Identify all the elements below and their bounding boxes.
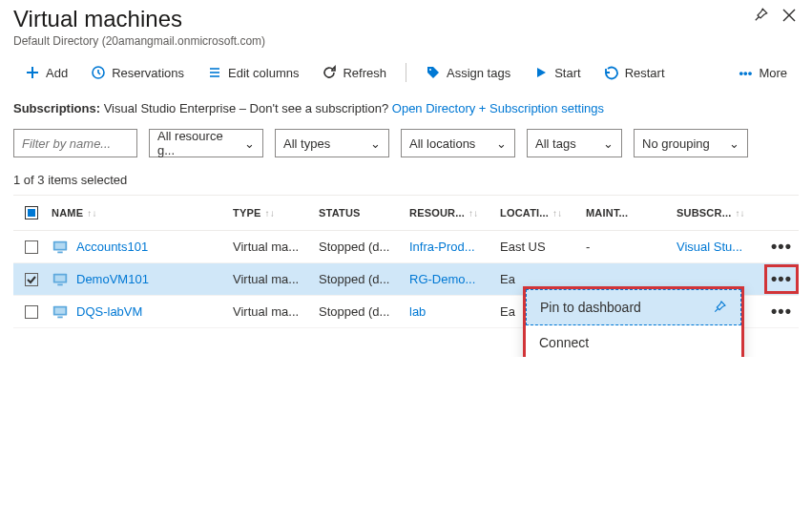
more-icon: ••• <box>738 65 753 80</box>
vm-name: Accounts101 <box>76 240 148 254</box>
start-button[interactable]: Start <box>522 61 592 84</box>
cell-rg-link[interactable]: RG-Demo... <box>409 272 500 286</box>
cell-loc: Ea <box>500 272 586 286</box>
cell-subscr-link[interactable]: Visual Stu... <box>677 240 762 254</box>
col-maint[interactable]: MAINT... <box>586 207 677 219</box>
vm-icon <box>52 303 69 321</box>
menu-pin-to-dashboard[interactable]: Pin to dashboard <box>526 289 741 325</box>
menu-pin-label: Pin to dashboard <box>540 300 641 315</box>
chevron-down-icon: ⌄ <box>244 136 255 151</box>
svg-rect-16 <box>55 307 66 313</box>
menu-connect[interactable]: Connect <box>526 325 741 357</box>
restart-icon <box>604 65 619 80</box>
restart-button[interactable]: Restart <box>593 61 677 84</box>
add-button[interactable]: Add <box>13 61 79 84</box>
page-subtitle: Default Directory (20amangmail.onmicroso… <box>13 34 265 48</box>
cell-rg-link[interactable]: lab <box>409 304 500 319</box>
tags-value: All tags <box>535 136 576 151</box>
ellipsis-icon: ••• <box>771 302 792 322</box>
chevron-down-icon: ⌄ <box>370 136 381 151</box>
rg-value: All resource g... <box>157 129 237 157</box>
cell-status: Stopped (d... <box>319 272 409 286</box>
col-loc[interactable]: LOCATI...↑↓ <box>500 207 586 219</box>
svg-rect-17 <box>57 316 62 318</box>
cell-maint: - <box>586 240 677 254</box>
sort-icon: ↑↓ <box>468 208 478 219</box>
toolbar-divider <box>406 63 406 82</box>
sort-icon: ↑↓ <box>265 208 275 219</box>
subs-text: Visual Studio Enterprise – Don't see a s… <box>104 101 389 115</box>
cell-type: Virtual ma... <box>233 272 319 286</box>
select-all-checkbox[interactable] <box>25 206 38 219</box>
filter-name-input[interactable] <box>13 129 137 157</box>
row-more-button[interactable]: ••• <box>762 302 801 322</box>
svg-rect-13 <box>55 275 66 281</box>
add-label: Add <box>46 66 68 80</box>
svg-rect-11 <box>57 251 62 253</box>
col-rg[interactable]: RESOUR...↑↓ <box>409 207 500 219</box>
col-status[interactable]: STATUS <box>319 207 409 219</box>
sort-icon: ↑↓ <box>87 208 96 219</box>
vm-name-link[interactable]: DemoVM101 <box>52 271 233 288</box>
cell-type: Virtual ma... <box>233 304 319 319</box>
row-checkbox[interactable] <box>25 305 38 319</box>
col-subscr[interactable]: SUBSCR...↑↓ <box>677 207 762 219</box>
cell-status: Stopped (d... <box>319 240 409 254</box>
row-checkbox[interactable] <box>25 240 38 254</box>
selection-count: 1 of 3 items selected <box>13 173 799 187</box>
resource-group-dropdown[interactable]: All resource g...⌄ <box>149 129 263 157</box>
row-more-button[interactable]: ••• <box>762 237 801 257</box>
reservations-button[interactable]: Reservations <box>79 61 196 84</box>
refresh-button[interactable]: Refresh <box>310 61 398 84</box>
table-row[interactable]: Accounts101 Virtual ma... Stopped (d... … <box>13 231 799 263</box>
types-value: All types <box>283 136 330 151</box>
edit-columns-button[interactable]: Edit columns <box>196 61 310 84</box>
refresh-label: Refresh <box>343 66 386 80</box>
context-menu: Pin to dashboard Connect Start Restart S… <box>523 286 744 357</box>
more-label: More <box>759 66 787 80</box>
chevron-down-icon: ⌄ <box>603 136 614 151</box>
vm-name-link[interactable]: DQS-labVM <box>52 303 233 321</box>
grouping-dropdown[interactable]: No grouping⌄ <box>634 129 748 157</box>
svg-rect-14 <box>57 283 62 285</box>
reservations-label: Reservations <box>112 66 184 80</box>
subscriptions-text: Subscriptions: Visual Studio Enterprise … <box>13 101 799 115</box>
types-dropdown[interactable]: All types⌄ <box>275 129 389 157</box>
cell-rg-link[interactable]: Infra-Prod... <box>409 240 500 254</box>
pin-icon <box>712 300 727 315</box>
assign-tags-button[interactable]: Assign tags <box>414 61 522 84</box>
tag-icon <box>426 65 441 80</box>
more-button[interactable]: ••• More <box>726 61 799 84</box>
grouping-value: No grouping <box>642 136 710 151</box>
edit-columns-label: Edit columns <box>228 66 299 80</box>
refresh-icon <box>322 65 337 80</box>
page-title: Virtual machines <box>13 6 265 32</box>
close-icon[interactable] <box>780 6 799 25</box>
menu-connect-label: Connect <box>539 335 589 350</box>
svg-point-8 <box>429 69 431 71</box>
vm-name: DQS-labVM <box>76 304 142 319</box>
locations-dropdown[interactable]: All locations⌄ <box>401 129 515 157</box>
pin-icon[interactable] <box>751 6 770 25</box>
vm-icon <box>52 239 69 256</box>
vm-name-link[interactable]: Accounts101 <box>52 239 233 256</box>
restart-label: Restart <box>625 66 665 80</box>
svg-rect-10 <box>55 242 66 248</box>
assign-tags-label: Assign tags <box>447 66 510 80</box>
row-more-button[interactable]: ••• <box>762 264 801 294</box>
sort-icon: ↑↓ <box>735 208 744 219</box>
columns-icon <box>207 65 222 80</box>
col-type[interactable]: TYPE↑↓ <box>233 207 319 219</box>
open-directory-link[interactable]: Open Directory + Subscription settings <box>392 101 604 115</box>
table-header: NAME↑↓ TYPE↑↓ STATUS RESOUR...↑↓ LOCATI.… <box>13 195 799 231</box>
toolbar: Add Reservations Edit columns Refresh As… <box>13 61 799 84</box>
col-name[interactable]: NAME↑↓ <box>52 207 233 219</box>
chevron-down-icon: ⌄ <box>496 136 507 151</box>
cell-loc: East US <box>500 240 586 254</box>
clock-icon <box>91 65 106 80</box>
subs-label: Subscriptions: <box>13 101 100 115</box>
vm-icon <box>52 271 69 288</box>
tags-dropdown[interactable]: All tags⌄ <box>527 129 622 157</box>
row-checkbox[interactable] <box>25 273 38 286</box>
sort-icon: ↑↓ <box>552 208 562 219</box>
